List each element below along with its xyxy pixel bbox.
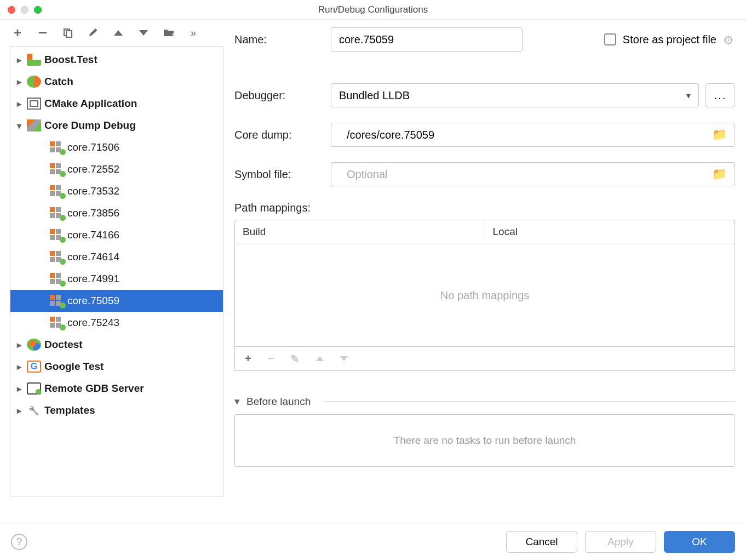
tree-group-label: Templates — [44, 404, 95, 416]
symbolfile-label: Symbol file: — [234, 168, 331, 181]
move-down-icon[interactable] — [138, 27, 149, 38]
symbolfile-field[interactable]: 📁 — [331, 162, 735, 186]
chevron-icon[interactable] — [12, 340, 27, 350]
tree-group-label: Catch — [44, 76, 73, 88]
config-tree: Boost.TestCatchCMake ApplicationCore Dum… — [10, 46, 223, 496]
tree-group-cmake-application[interactable]: CMake Application — [10, 93, 223, 115]
tree-group-templates[interactable]: Templates — [10, 399, 223, 421]
debugger-label: Debugger: — [234, 89, 331, 102]
remove-config-icon[interactable]: − — [37, 27, 48, 38]
chevron-icon[interactable] — [12, 384, 27, 394]
name-label: Name: — [234, 33, 331, 46]
tree-item[interactable]: core.73856 — [10, 202, 223, 224]
boost-icon — [27, 54, 41, 66]
debugger-more-button[interactable]: ... — [705, 83, 735, 107]
core-dump-icon — [50, 141, 64, 153]
chevron-icon[interactable] — [12, 77, 27, 87]
gear-icon[interactable] — [723, 33, 735, 45]
store-as-project-label: Store as project file — [623, 33, 716, 46]
tree-item-label: core.74614 — [67, 251, 119, 263]
tree-group-core-dump-debug[interactable]: Core Dump Debug — [10, 115, 223, 136]
chevron-icon[interactable] — [12, 121, 27, 131]
cancel-button[interactable]: Cancel — [506, 531, 577, 553]
chevron-down-icon: ▾ — [686, 90, 691, 101]
svg-rect-1 — [66, 31, 72, 37]
store-as-project-checkbox[interactable] — [604, 33, 616, 45]
mapping-down-icon[interactable] — [340, 356, 348, 361]
tree-group-catch[interactable]: Catch — [10, 71, 223, 93]
tree-group-remote-gdb-server[interactable]: Remote GDB Server — [10, 378, 223, 399]
tree-group-label: CMake Application — [44, 98, 137, 110]
add-config-icon[interactable]: + — [12, 27, 23, 38]
core-dump-icon — [50, 317, 64, 329]
doctest-icon — [27, 339, 41, 351]
cmake-icon — [27, 98, 41, 110]
tree-item-label: core.72552 — [67, 163, 119, 175]
ok-button[interactable]: OK — [664, 531, 735, 553]
debugger-value: Bundled LLDB — [339, 89, 410, 102]
mapping-up-icon[interactable] — [316, 356, 324, 361]
titlebar: Run/Debug Configurations — [0, 0, 746, 20]
chevron-icon[interactable] — [12, 99, 27, 109]
tree-item[interactable]: core.74166 — [10, 224, 223, 246]
chevron-icon[interactable] — [12, 405, 27, 416]
tree-item[interactable]: core.74614 — [10, 246, 223, 268]
coredump-field[interactable]: 📁 — [331, 123, 735, 147]
folder-icon[interactable]: + — [163, 27, 174, 38]
tree-group-boost-test[interactable]: Boost.Test — [10, 49, 223, 71]
window-title: Run/Debug Configurations — [0, 4, 746, 15]
tree-item[interactable]: core.73532 — [10, 180, 223, 202]
tree-item[interactable]: core.74991 — [10, 268, 223, 290]
chevron-icon[interactable] — [12, 362, 27, 372]
debugger-select[interactable]: Bundled LLDB ▾ — [331, 83, 699, 107]
before-launch-section: ▾ Before launch There are no tasks to ru… — [234, 395, 735, 467]
tree-group-google-test[interactable]: Google Test — [10, 356, 223, 378]
chevron-icon[interactable] — [12, 55, 27, 65]
copy-config-icon[interactable] — [62, 27, 73, 38]
move-up-icon[interactable] — [113, 27, 124, 38]
path-mappings-empty: No path mappings — [235, 244, 734, 346]
tree-group-label: Google Test — [44, 361, 104, 373]
add-mapping-icon[interactable]: + — [245, 352, 251, 365]
coredump-label: Core dump: — [234, 129, 331, 141]
expand-icon[interactable]: ▾ — [234, 395, 240, 408]
tree-item[interactable]: core.71506 — [10, 136, 223, 158]
column-local[interactable]: Local — [485, 220, 735, 244]
tree-item-label: core.73532 — [67, 185, 119, 197]
core-dump-icon — [50, 163, 64, 175]
wrench-icon — [27, 404, 41, 416]
tree-group-label: Doctest — [44, 339, 83, 351]
core-dump-icon — [50, 251, 64, 263]
edit-mapping-icon[interactable]: ✎ — [290, 352, 300, 365]
name-input[interactable] — [331, 27, 523, 52]
core-dump-icon — [50, 273, 64, 285]
help-icon[interactable]: ? — [11, 534, 27, 550]
column-build[interactable]: Build — [235, 220, 485, 244]
tree-item[interactable]: core.75059 — [10, 290, 223, 312]
more-icon[interactable]: » — [188, 27, 199, 38]
path-mappings-toolbar: + − ✎ — [234, 347, 735, 371]
core-dump-icon — [50, 207, 64, 219]
main-panel: Name: Store as project file Debugger: Bu… — [223, 20, 746, 523]
apply-button[interactable]: Apply — [585, 531, 656, 553]
tree-group-doctest[interactable]: Doctest — [10, 334, 223, 356]
browse-icon[interactable]: 📁 — [712, 167, 727, 181]
tree-item-label: core.75059 — [67, 295, 119, 307]
symbolfile-input[interactable] — [339, 162, 712, 186]
tree-item-label: core.73856 — [67, 207, 119, 219]
coredump-input[interactable] — [339, 123, 712, 147]
browse-icon[interactable]: 📁 — [712, 128, 727, 142]
edit-templates-icon[interactable] — [88, 27, 99, 38]
tree-group-label: Boost.Test — [44, 54, 97, 66]
remove-mapping-icon[interactable]: − — [268, 352, 274, 365]
tree-item-label: core.75243 — [67, 317, 119, 329]
tree-group-label: Core Dump Debug — [44, 119, 136, 132]
core-dump-icon — [50, 185, 64, 197]
tree-item-label: core.74166 — [67, 229, 119, 241]
tree-item-label: core.74991 — [67, 273, 119, 285]
tree-item[interactable]: core.72552 — [10, 158, 223, 180]
core-dump-icon — [50, 229, 64, 241]
tree-item-label: core.71506 — [67, 141, 119, 153]
tree-item[interactable]: core.75243 — [10, 312, 223, 334]
gdb-icon — [27, 382, 41, 395]
